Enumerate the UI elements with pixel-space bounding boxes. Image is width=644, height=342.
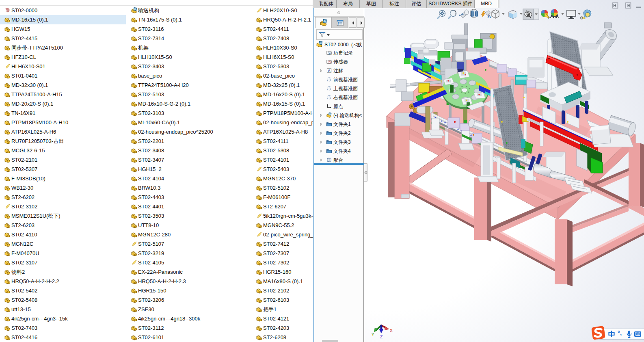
svg-text:Y: Y: [372, 332, 374, 337]
svg-text:A: A: [487, 13, 491, 19]
svg-text:Z: Z: [380, 335, 383, 340]
svg-text:X: X: [390, 328, 393, 333]
